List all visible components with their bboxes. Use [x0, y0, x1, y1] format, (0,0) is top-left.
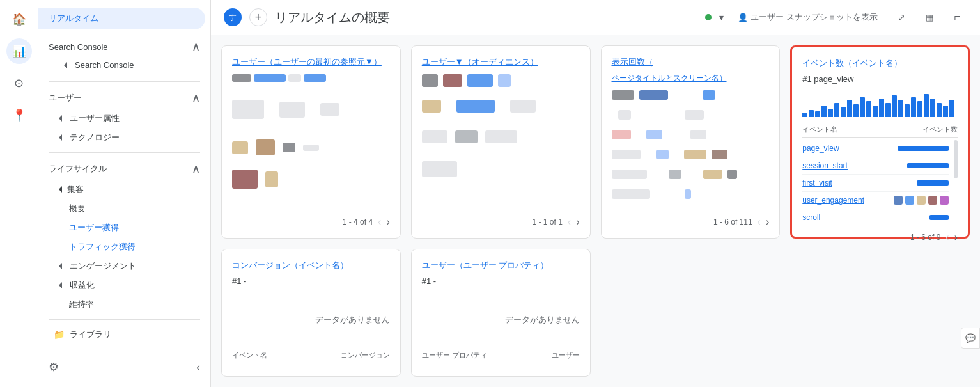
card2-pagination: 1 - 1 of 1 — [532, 217, 562, 226]
user-section-header[interactable]: ユーザー ∧ — [38, 87, 210, 109]
nav-circle[interactable]: ⊙ — [6, 70, 32, 96]
data-block — [612, 150, 641, 159]
card1-content — [232, 73, 390, 211]
data-block — [304, 74, 326, 82]
event-name-label[interactable]: scroll — [802, 213, 820, 222]
sidebar-item-realtime[interactable]: リアルタイム — [38, 8, 205, 29]
snapshot-button[interactable]: 👤 ユーザー スナップショットを表示 — [731, 8, 884, 27]
add-view-button[interactable]: + — [249, 8, 267, 26]
card1-title[interactable]: ユーザー（ユーザーの最初の参照元▼） — [232, 56, 390, 68]
customize-icon: ▦ — [926, 13, 933, 22]
prev-arrow[interactable]: ‹ — [945, 232, 949, 243]
event-bar — [929, 215, 949, 220]
event-name-label[interactable]: first_visit — [802, 178, 832, 187]
event-row: scroll — [802, 209, 949, 226]
prev-arrow[interactable]: ‹ — [758, 216, 761, 228]
data-block — [618, 110, 631, 120]
expand-triangle-icon — [64, 62, 67, 68]
event-name-label[interactable]: user_engagement — [802, 196, 864, 205]
event-row: first_visit — [802, 175, 949, 192]
lifecycle-section-header[interactable]: ライフサイクル ∧ — [38, 158, 210, 180]
data-block — [303, 145, 319, 151]
sidebar-item-technology[interactable]: テクノロジー — [38, 128, 210, 147]
sidebar-item-overview[interactable]: 概要 — [38, 199, 210, 218]
nav-home[interactable]: 🏠 — [6, 6, 32, 32]
collapse-sidebar-icon[interactable]: ‹ — [196, 361, 200, 374]
user-chevron-icon: ∧ — [192, 91, 200, 105]
event-bar — [917, 180, 949, 186]
data-block — [422, 161, 457, 177]
data-block — [443, 74, 462, 87]
scroll-bar[interactable] — [954, 140, 958, 178]
data-block — [639, 90, 668, 100]
card4-title[interactable]: イベント数（イベント名） — [802, 58, 958, 69]
user-attr-label: ユーザー属性 — [70, 113, 120, 124]
prev-arrow[interactable]: ‹ — [378, 216, 381, 228]
main-header: す + リアルタイムの概要 ▾ 👤 ユーザー スナップショットを表示 ⤢ ▦ ⊏ — [211, 0, 980, 35]
avatar: す — [224, 8, 242, 26]
data-block — [232, 170, 258, 189]
event-bar-wrapper — [898, 146, 949, 151]
settings-icon[interactable]: ⚙ — [49, 360, 59, 374]
feedback-button[interactable]: 💬 — [961, 328, 980, 349]
sidebar-item-user-acquisition[interactable]: ユーザー獲得 — [38, 218, 210, 237]
event-name-label[interactable]: session_start — [802, 161, 848, 170]
data-block — [685, 110, 704, 120]
next-arrow[interactable]: › — [766, 216, 769, 228]
card3-title[interactable]: 表示回数（ — [612, 56, 770, 68]
next-arrow[interactable]: › — [386, 216, 389, 228]
card2-footer: 1 - 1 of 1 ‹ › — [422, 216, 580, 228]
divider3 — [49, 319, 200, 320]
acquisition-triangle — [59, 186, 62, 193]
data-row — [612, 90, 770, 100]
card-conversions: コンバージョン（イベント名） #1 - データがありません イベント名 コンバー… — [221, 249, 401, 377]
engagement-label: エンゲージメント — [70, 260, 136, 272]
event-row: page_view — [802, 140, 949, 157]
prev-arrow[interactable]: ‹ — [568, 216, 571, 228]
data-block — [283, 143, 295, 152]
next-arrow[interactable]: › — [954, 232, 958, 243]
sidebar-item-acquisition[interactable]: 集客 — [38, 180, 210, 199]
sidebar-item-traffic-acquisition[interactable]: トラフィック獲得 — [38, 237, 210, 257]
card3-title2[interactable]: ページタイトルとスクリーン名） — [612, 73, 770, 84]
search-console-header[interactable]: Search Console ∧ — [49, 40, 200, 54]
sidebar-item-library[interactable]: 📁 ライブラリ — [38, 325, 210, 344]
chart-bar — [834, 103, 839, 118]
nav-analytics[interactable]: 📊 — [6, 38, 32, 64]
data-block — [279, 102, 305, 118]
share-button[interactable]: ⊏ — [947, 9, 967, 26]
nav-location[interactable]: 📍 — [6, 102, 32, 128]
sidebar-item-engagement[interactable]: エンゲージメント — [38, 257, 210, 276]
chart-bar — [879, 99, 884, 117]
mini-chart — [802, 94, 958, 117]
card5-title[interactable]: コンバージョン（イベント名） — [232, 260, 390, 271]
data-row — [422, 161, 580, 177]
event-name-label[interactable]: page_view — [802, 144, 839, 153]
event-bar-wrapper — [929, 215, 949, 220]
page-title: リアルタイムの概要 — [275, 9, 697, 26]
card5-table-header: イベント名 コンバージョン — [232, 348, 390, 363]
data-row — [422, 100, 580, 113]
card6-top-label: #1 - — [422, 276, 580, 286]
card2-title[interactable]: ユーザー▼（オーディエンス） — [422, 56, 580, 68]
card1-pagination: 1 - 4 of 4 — [343, 217, 373, 226]
data-block — [456, 100, 495, 113]
status-dropdown-icon[interactable]: ▾ — [719, 12, 724, 22]
data-block — [928, 196, 937, 205]
data-block — [467, 74, 493, 87]
sidebar-item-user-attributes[interactable]: ユーザー属性 — [38, 109, 210, 128]
card6-table-header: ユーザー プロパティ ユーザー — [422, 348, 580, 363]
customize-button[interactable]: ▦ — [919, 9, 940, 26]
sidebar-item-monetization[interactable]: 収益化 — [38, 276, 210, 295]
chart-bar — [866, 101, 871, 117]
chart-bar — [930, 99, 935, 117]
card6-title[interactable]: ユーザー（ユーザー プロパティ） — [422, 260, 580, 271]
data-row — [232, 170, 390, 189]
data-block — [256, 139, 275, 155]
snapshot-user-icon: 👤 — [738, 13, 748, 22]
sidebar-item-retention[interactable]: 維持率 — [38, 295, 210, 314]
expand-button[interactable]: ⤢ — [892, 9, 912, 26]
next-arrow[interactable]: › — [576, 216, 579, 228]
sidebar-item-search-console-sub[interactable]: Search Console — [49, 56, 200, 74]
no-data-label: データがありません — [232, 291, 390, 348]
